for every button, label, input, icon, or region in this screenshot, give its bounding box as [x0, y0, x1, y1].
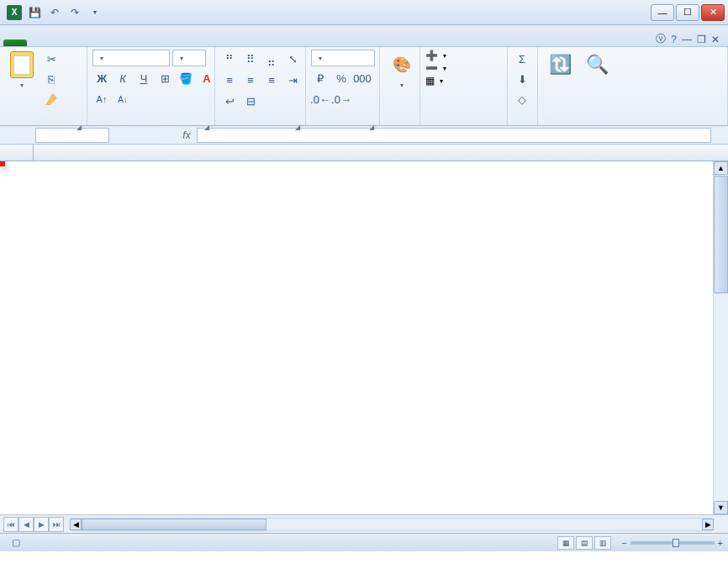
zoom-control: − + [618, 538, 723, 548]
format-painter-icon[interactable] [42, 90, 61, 108]
delete-icon: ➖ [425, 62, 438, 74]
select-all-corner[interactable] [0, 145, 34, 161]
underline-icon[interactable]: Ч [135, 69, 153, 87]
wrap-text-icon[interactable]: ↩ [220, 92, 239, 110]
mdi-restore-icon[interactable]: ❐ [697, 34, 706, 45]
vertical-scrollbar[interactable]: ▲ ▼ [713, 161, 728, 514]
find-select-button[interactable]: 🔍 [580, 50, 614, 82]
hscroll-thumb[interactable] [82, 519, 266, 530]
merge-icon[interactable]: ⊟ [241, 92, 260, 110]
save-icon[interactable]: 💾 [25, 3, 44, 22]
align-middle-icon[interactable]: ⠿ [241, 50, 260, 68]
copy-icon[interactable]: ⎘ [42, 70, 61, 88]
decrease-font-icon[interactable]: A↓ [113, 90, 132, 108]
group-autosum: Σ ⬇ ◇ [508, 47, 538, 125]
align-left-icon[interactable]: ≡ [220, 71, 239, 89]
paste-button[interactable]: ▾ [5, 50, 39, 91]
border-icon[interactable]: ⊞ [156, 69, 174, 87]
minimize-button[interactable]: — [651, 4, 674, 21]
undo-icon[interactable]: ↶ [45, 3, 64, 22]
ribbon: ▾ ✂ ⎘ ◢ ▾ ▾ Ж К Ч ⊞ 🪣 A A [0, 47, 728, 126]
group-font: ▾ ▾ Ж К Ч ⊞ 🪣 A A↑ A↓ ◢ [87, 47, 215, 125]
align-bottom-icon[interactable]: ⣤ [262, 50, 281, 68]
name-box[interactable] [35, 128, 109, 143]
mdi-minimize-icon[interactable]: — [682, 34, 692, 45]
currency-icon[interactable]: ₽ [311, 69, 330, 87]
page-break-view-icon[interactable]: ▥ [594, 536, 611, 550]
page-layout-view-icon[interactable]: ▤ [576, 536, 593, 550]
group-label-align: ◢ [220, 122, 300, 124]
ribbon-helpers: ⓥ ? — ❐ ✕ [656, 32, 728, 46]
increase-font-icon[interactable]: A↑ [92, 90, 111, 108]
scroll-thumb[interactable] [714, 176, 728, 293]
italic-icon[interactable]: К [113, 69, 132, 87]
bold-icon[interactable]: Ж [92, 69, 111, 87]
percent-icon[interactable]: % [332, 69, 351, 87]
align-top-icon[interactable]: ⠛ [220, 50, 239, 68]
zoom-out-icon[interactable]: − [621, 538, 626, 548]
launcher-icon[interactable]: ◢ [204, 124, 209, 131]
sheet-last-icon[interactable]: ⏭ [49, 517, 64, 532]
cut-icon[interactable]: ✂ [42, 50, 61, 68]
help-icon[interactable]: ? [671, 34, 677, 45]
fill-icon[interactable]: ⬇ [513, 70, 531, 88]
macro-record-icon[interactable]: ▢ [12, 537, 20, 548]
launcher-icon[interactable]: ◢ [76, 124, 82, 131]
fill-color-icon[interactable]: 🪣 [177, 69, 195, 87]
styles-icon: 🎨 [388, 51, 415, 78]
normal-view-icon[interactable]: ▦ [557, 536, 574, 550]
status-bar: ▢ ▦ ▤ ▥ − + [0, 533, 728, 551]
align-center-icon[interactable]: ≡ [241, 71, 260, 89]
fx-icon[interactable]: fx [177, 129, 197, 141]
comma-icon[interactable]: 000 [353, 69, 372, 87]
file-tab[interactable] [3, 40, 27, 46]
formula-input[interactable] [197, 128, 711, 143]
number-format-combo[interactable]: ▾ [311, 50, 375, 66]
window-controls: — ☐ ✕ [651, 4, 728, 21]
grid: ▲ ▼ [0, 145, 728, 514]
font-size-combo[interactable]: ▾ [172, 50, 206, 66]
sheet-first-icon[interactable]: ⏮ [3, 517, 18, 532]
group-label-editing [543, 122, 722, 124]
sheet-prev-icon[interactable]: ◀ [18, 517, 34, 532]
maximize-button[interactable]: ☐ [676, 4, 699, 21]
align-right-icon[interactable]: ≡ [262, 71, 281, 89]
autosum-icon[interactable]: Σ [513, 50, 531, 68]
scroll-down-icon[interactable]: ▼ [714, 501, 728, 514]
insert-icon: ➕ [425, 50, 438, 61]
sheet-next-icon[interactable]: ▶ [34, 517, 49, 532]
scroll-left-icon[interactable]: ◀ [70, 519, 82, 530]
group-clipboard: ▾ ✂ ⎘ ◢ [0, 47, 87, 125]
font-color-icon[interactable]: A [198, 69, 216, 87]
mdi-close-icon[interactable]: ✕ [711, 34, 720, 45]
redo-icon[interactable]: ↷ [66, 3, 84, 22]
excel-app-icon[interactable]: X [5, 3, 24, 22]
orientation-icon[interactable]: ⤡ [283, 50, 302, 68]
close-button[interactable]: ✕ [701, 4, 725, 21]
group-number: ▾ ₽ % 000 .0← .0→ ◢ [306, 47, 380, 125]
zoom-slider[interactable] [630, 541, 715, 545]
formula-bar: fx [0, 126, 728, 145]
font-name-combo[interactable]: ▾ [92, 50, 170, 66]
launcher-icon[interactable]: ◢ [369, 124, 374, 131]
insert-cells-button[interactable]: ➕▾ [425, 50, 446, 61]
sort-filter-button[interactable]: 🔃 [543, 50, 577, 82]
scroll-right-icon[interactable]: ▶ [702, 519, 714, 530]
qat-dropdown-icon[interactable]: ▾ [86, 3, 104, 22]
minimize-ribbon-icon[interactable]: ⓥ [656, 32, 666, 46]
zoom-in-icon[interactable]: + [718, 538, 723, 548]
decrease-decimal-icon[interactable]: .0→ [332, 90, 351, 108]
horizontal-scrollbar[interactable]: ◀ ▶ [71, 518, 713, 531]
clear-icon[interactable]: ◇ [513, 90, 531, 108]
group-alignment: ⠛ ⠿ ⣤ ⤡ ≡ ≡ ≡ ⇥ ↩ ⊟ ◢ [215, 47, 306, 125]
styles-button[interactable]: 🎨 ▾ [385, 50, 419, 91]
delete-cells-button[interactable]: ➖▾ [425, 62, 446, 74]
scroll-up-icon[interactable]: ▲ [714, 161, 728, 175]
increase-decimal-icon[interactable]: .0← [311, 90, 330, 108]
sheet-bar: ⏮ ◀ ▶ ⏭ ◀ ▶ [0, 514, 728, 533]
group-styles: 🎨 ▾ [380, 47, 420, 125]
launcher-icon[interactable]: ◢ [295, 124, 300, 131]
format-cells-button[interactable]: ▦▾ [425, 75, 443, 87]
indent-icon[interactable]: ⇥ [283, 71, 302, 89]
highlight-annotation [0, 161, 5, 166]
